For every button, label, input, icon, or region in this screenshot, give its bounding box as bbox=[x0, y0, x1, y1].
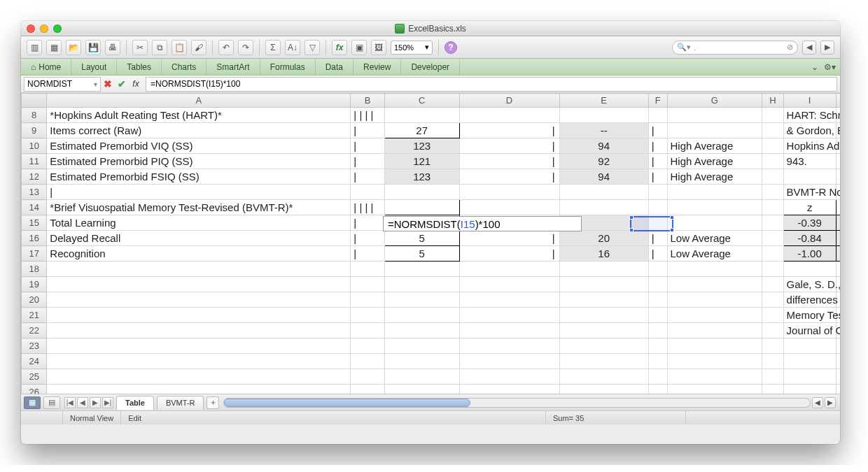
cell-C18[interactable] bbox=[384, 262, 459, 277]
row-header-19[interactable]: 19 bbox=[22, 277, 47, 292]
cell-F26[interactable] bbox=[648, 385, 667, 394]
cell-D12[interactable]: | bbox=[459, 169, 559, 185]
cell-G12[interactable]: High Average bbox=[667, 169, 762, 185]
cell-B23[interactable] bbox=[351, 338, 384, 354]
tab-tables[interactable]: Tables bbox=[117, 59, 162, 75]
paste-button[interactable]: 📋 bbox=[172, 40, 187, 55]
cell-B8[interactable]: | | | | bbox=[351, 108, 384, 123]
tab-data[interactable]: Data bbox=[316, 59, 354, 75]
cell-G26[interactable] bbox=[667, 385, 762, 394]
cell-I25[interactable] bbox=[783, 369, 836, 385]
cell-A12[interactable]: Estimated Premorbid FSIQ (SS) bbox=[47, 169, 351, 185]
cell-I13[interactable]: BVMT-R Normative values (from othe bbox=[783, 185, 836, 200]
col-header-C[interactable]: C bbox=[384, 94, 459, 108]
cell-G18[interactable] bbox=[667, 262, 762, 277]
cell-C16[interactable]: 5 bbox=[384, 231, 459, 246]
cell-H23[interactable] bbox=[762, 338, 783, 354]
cell-B14[interactable]: | | | | bbox=[351, 200, 384, 215]
cell-D17[interactable]: | bbox=[459, 246, 559, 262]
cell-H10[interactable] bbox=[762, 138, 783, 154]
cell-C19[interactable] bbox=[384, 277, 459, 292]
cell-F14[interactable] bbox=[648, 200, 667, 215]
cell-H15[interactable] bbox=[762, 215, 783, 231]
cell-D23[interactable] bbox=[459, 338, 559, 354]
col-header-J[interactable]: J bbox=[836, 94, 840, 108]
sheet-tab-table[interactable]: Table bbox=[116, 396, 154, 410]
cell-H22[interactable] bbox=[762, 323, 783, 338]
cell-B10[interactable]: | bbox=[351, 138, 384, 154]
cell-H16[interactable] bbox=[762, 231, 783, 246]
cell-E21[interactable] bbox=[559, 308, 648, 323]
cell-A22[interactable] bbox=[47, 323, 351, 338]
col-header-F[interactable]: F bbox=[648, 94, 667, 108]
cell-H26[interactable] bbox=[762, 385, 783, 394]
new-workbook-button[interactable]: ▥ bbox=[27, 40, 42, 55]
cell-I20[interactable]: differences on the Rey Auditory Verba bbox=[783, 292, 836, 308]
cell-F20[interactable] bbox=[648, 292, 667, 308]
cell-I14[interactable]: z bbox=[783, 200, 836, 215]
clear-search-icon[interactable]: ⊘ bbox=[787, 43, 793, 52]
row-header-15[interactable]: 15 bbox=[22, 215, 47, 231]
cell-B12[interactable]: | bbox=[351, 169, 384, 185]
tab-smartart[interactable]: SmartArt bbox=[206, 59, 260, 75]
cell-H18[interactable] bbox=[762, 262, 783, 277]
cell-G9[interactable] bbox=[667, 123, 762, 138]
cell-C20[interactable] bbox=[384, 292, 459, 308]
cell-D13[interactable] bbox=[459, 185, 559, 200]
scroll-left-button[interactable]: ◀ bbox=[812, 397, 823, 408]
cell-C13[interactable] bbox=[384, 185, 459, 200]
cell-D8[interactable] bbox=[459, 108, 559, 123]
row-header-11[interactable]: 11 bbox=[22, 154, 47, 169]
help-button[interactable]: ? bbox=[444, 41, 457, 54]
cell-B25[interactable] bbox=[351, 369, 384, 385]
cell-H21[interactable] bbox=[762, 308, 783, 323]
cell-A18[interactable] bbox=[47, 262, 351, 277]
cell-E11[interactable]: 92 bbox=[559, 154, 648, 169]
cell-I9[interactable]: & Gordon, B. (2009). Development, ps bbox=[783, 123, 836, 138]
cell-A25[interactable] bbox=[47, 369, 351, 385]
cell-J18[interactable] bbox=[836, 262, 840, 277]
cell-B24[interactable] bbox=[351, 354, 384, 369]
cell-A24[interactable] bbox=[47, 354, 351, 369]
cell-I26[interactable] bbox=[783, 385, 836, 394]
cell-I24[interactable] bbox=[783, 354, 836, 369]
tab-developer[interactable]: Developer bbox=[401, 59, 460, 75]
row-header-9[interactable]: 9 bbox=[22, 123, 47, 138]
tab-formulas[interactable]: Formulas bbox=[260, 59, 316, 75]
cell-E22[interactable] bbox=[559, 323, 648, 338]
cell-C14[interactable] bbox=[384, 200, 459, 215]
cell-A21[interactable] bbox=[47, 308, 351, 323]
cell-I21[interactable]: Memory Test–Revised in the elderly: bbox=[783, 308, 836, 323]
col-header-B[interactable]: B bbox=[351, 94, 384, 108]
cell-A9[interactable]: Items correct (Raw) bbox=[47, 123, 351, 138]
cell-I23[interactable] bbox=[783, 338, 836, 354]
cut-button[interactable]: ✂ bbox=[132, 40, 148, 55]
row-header-21[interactable]: 21 bbox=[22, 308, 47, 323]
cell-D10[interactable]: | bbox=[459, 138, 559, 154]
cell-C10[interactable]: 123 bbox=[384, 138, 459, 154]
cell-H20[interactable] bbox=[762, 292, 783, 308]
col-header-I[interactable]: I bbox=[783, 94, 836, 108]
tab-layout[interactable]: Layout bbox=[71, 59, 117, 75]
cell-J11[interactable] bbox=[836, 154, 840, 169]
cell-I16[interactable]: -0.84 bbox=[783, 231, 836, 246]
cell-I18[interactable] bbox=[783, 262, 836, 277]
print-button[interactable]: 🖶 bbox=[105, 40, 120, 55]
cell-G23[interactable] bbox=[667, 338, 762, 354]
cell-G10[interactable]: High Average bbox=[667, 138, 762, 154]
cancel-formula-button[interactable]: ✖ bbox=[101, 78, 115, 90]
sheet-prev-button[interactable]: ◀ bbox=[77, 397, 88, 408]
cell-E16[interactable]: 20 bbox=[559, 231, 648, 246]
cell-G20[interactable] bbox=[667, 292, 762, 308]
next-button[interactable]: ▶ bbox=[820, 41, 834, 55]
cell-A8[interactable]: *Hopkins Adult Reating Test (HART)* bbox=[47, 108, 351, 123]
cell-B18[interactable] bbox=[351, 262, 384, 277]
cell-F25[interactable] bbox=[648, 369, 667, 385]
normal-view-button[interactable]: ▦ bbox=[24, 396, 41, 409]
cell-B26[interactable] bbox=[351, 385, 384, 394]
cell-C26[interactable] bbox=[384, 385, 459, 394]
cell-G21[interactable] bbox=[667, 308, 762, 323]
row-header-12[interactable]: 12 bbox=[22, 169, 47, 185]
cell-J15[interactable]: 17.3 bbox=[836, 215, 840, 231]
cell-I19[interactable]: Gale, S. D., Baxter, L., Connor, D. J., … bbox=[783, 277, 836, 292]
